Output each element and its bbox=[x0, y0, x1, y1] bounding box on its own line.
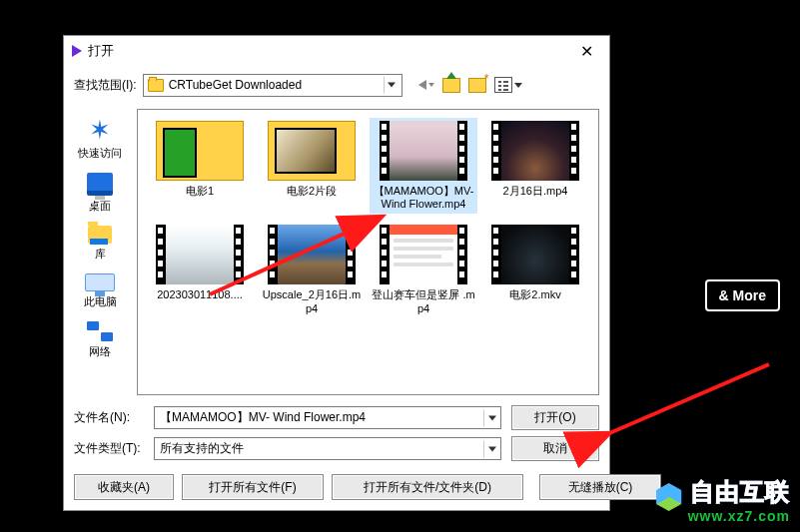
video-thumbnail-icon bbox=[156, 225, 244, 284]
place-label: 桌面 bbox=[89, 199, 111, 214]
file-item[interactable]: 2月16日.mp4 bbox=[481, 118, 589, 214]
filename-value: 【MAMAMOO】MV- Wind Flower.mp4 bbox=[160, 409, 366, 426]
filetype-select[interactable]: 所有支持的文件 bbox=[154, 437, 501, 460]
chevron-down-icon[interactable] bbox=[384, 77, 400, 94]
window-title: 打开 bbox=[88, 42, 572, 60]
file-label: Upscale_2月16日.mp4 bbox=[260, 288, 364, 314]
filename-input[interactable]: 【MAMAMOO】MV- Wind Flower.mp4 bbox=[154, 406, 501, 429]
close-icon: ✕ bbox=[580, 43, 593, 60]
lookin-row: 查找范围(I): CRTubeGet Downloaded bbox=[64, 66, 609, 108]
video-frame-preview bbox=[501, 225, 569, 284]
place-desktop[interactable]: 桌面 bbox=[87, 173, 113, 214]
filetype-value: 所有支持的文件 bbox=[160, 440, 244, 457]
dialog-body: ✶ 快速访问 桌面 库 此电脑 网络 电影1电影2片段【MAMAMOO】MV- … bbox=[64, 108, 609, 401]
place-label: 网络 bbox=[89, 344, 111, 359]
svg-line-1 bbox=[607, 364, 769, 434]
seamless-play-button[interactable]: 无缝播放(C) bbox=[539, 474, 661, 500]
filmstrip-icon bbox=[491, 225, 501, 284]
context-more-button[interactable]: & More bbox=[705, 279, 780, 311]
bottom-button-bar: 收藏夹(A) 打开所有文件(F) 打开所有文件/文件夹(D) 无缝播放(C) bbox=[64, 465, 609, 510]
place-label: 库 bbox=[95, 247, 106, 262]
video-frame-preview bbox=[501, 121, 569, 181]
chevron-down-icon[interactable] bbox=[483, 440, 499, 457]
video-frame-preview bbox=[390, 121, 457, 181]
file-item[interactable]: 电影1 bbox=[146, 118, 254, 214]
chevron-down-icon bbox=[428, 83, 434, 87]
lookin-combo[interactable]: CRTubeGet Downloaded bbox=[143, 74, 402, 97]
place-label: 快速访问 bbox=[78, 146, 122, 161]
folder-icon bbox=[148, 79, 164, 92]
file-item[interactable]: 【MAMAMOO】MV- Wind Flower.mp4 bbox=[370, 118, 477, 214]
network-icon bbox=[87, 321, 113, 341]
nav-toolbar bbox=[418, 77, 522, 93]
chevron-down-icon[interactable] bbox=[483, 409, 499, 426]
filename-filetype-area: 文件名(N): 【MAMAMOO】MV- Wind Flower.mp4 打开(… bbox=[64, 401, 609, 465]
filmstrip-icon bbox=[569, 225, 579, 284]
filmstrip-icon bbox=[491, 121, 501, 181]
video-frame-preview bbox=[166, 225, 234, 284]
file-list[interactable]: 电影1电影2片段【MAMAMOO】MV- Wind Flower.mp42月16… bbox=[137, 109, 599, 395]
video-frame-preview bbox=[390, 225, 457, 284]
filmstrip-icon bbox=[457, 225, 467, 284]
filmstrip-icon bbox=[457, 121, 467, 181]
new-folder-button[interactable] bbox=[468, 78, 486, 93]
list-view-icon bbox=[494, 77, 512, 93]
filetype-label: 文件类型(T): bbox=[74, 440, 144, 457]
filmstrip-icon bbox=[156, 225, 166, 284]
quick-access-icon: ✶ bbox=[89, 117, 111, 143]
chevron-down-icon bbox=[514, 83, 522, 88]
close-button[interactable]: ✕ bbox=[572, 40, 601, 63]
file-label: 【MAMAMOO】MV- Wind Flower.mp4 bbox=[372, 185, 475, 211]
folder-thumbnail-icon bbox=[156, 121, 244, 181]
file-label: 电影2.mkv bbox=[509, 288, 560, 301]
file-label: 登山赛车但是竖屏 .mp4 bbox=[372, 288, 475, 314]
file-item[interactable]: 电影2.mkv bbox=[481, 222, 589, 317]
open-all-files-button[interactable]: 打开所有文件(F) bbox=[182, 474, 324, 500]
open-file-dialog: 打开 ✕ 查找范围(I): CRTubeGet Downloaded bbox=[63, 35, 610, 511]
desktop-icon bbox=[87, 173, 113, 196]
lookin-value: CRTubeGet Downloaded bbox=[169, 78, 302, 92]
place-this-pc[interactable]: 此电脑 bbox=[84, 273, 117, 309]
filmstrip-icon bbox=[380, 121, 390, 181]
file-item[interactable]: Upscale_2月16日.mp4 bbox=[258, 222, 366, 317]
video-thumbnail-icon bbox=[491, 121, 579, 181]
filename-label: 文件名(N): bbox=[74, 409, 144, 426]
video-frame-preview bbox=[278, 225, 346, 284]
app-play-icon bbox=[72, 45, 82, 57]
back-button[interactable] bbox=[418, 80, 434, 90]
cancel-button[interactable]: 取消 bbox=[511, 436, 599, 461]
arrow-left-icon bbox=[418, 80, 426, 90]
place-quick-access[interactable]: ✶ 快速访问 bbox=[78, 117, 122, 161]
filmstrip-icon bbox=[234, 225, 244, 284]
place-network[interactable]: 网络 bbox=[87, 321, 113, 359]
filmstrip-icon bbox=[380, 225, 390, 284]
filmstrip-icon bbox=[569, 121, 579, 181]
view-mode-button[interactable] bbox=[494, 77, 522, 93]
file-label: 202303011108.... bbox=[157, 288, 243, 301]
watermark-logo-icon bbox=[655, 483, 683, 511]
video-thumbnail-icon bbox=[268, 225, 356, 284]
video-thumbnail-icon bbox=[380, 121, 467, 181]
file-item[interactable]: 202303011108.... bbox=[146, 222, 254, 317]
annotation-arrow-2 bbox=[599, 364, 779, 457]
favorites-button[interactable]: 收藏夹(A) bbox=[74, 474, 174, 500]
up-one-level-button[interactable] bbox=[442, 78, 460, 93]
video-thumbnail-icon bbox=[491, 225, 579, 284]
video-thumbnail-icon bbox=[380, 225, 467, 284]
library-icon bbox=[88, 226, 112, 244]
watermark-text: 自由互联 bbox=[690, 478, 790, 505]
file-item[interactable]: 电影2片段 bbox=[258, 118, 366, 214]
place-library[interactable]: 库 bbox=[88, 226, 112, 262]
file-label: 电影2片段 bbox=[287, 185, 337, 198]
file-item[interactable]: 登山赛车但是竖屏 .mp4 bbox=[370, 222, 477, 317]
folder-thumbnail-icon bbox=[268, 121, 356, 181]
watermark: 自由互联 www.xz7.com bbox=[655, 476, 790, 524]
places-bar: ✶ 快速访问 桌面 库 此电脑 网络 bbox=[64, 109, 137, 401]
file-label: 电影1 bbox=[186, 185, 214, 198]
open-button[interactable]: 打开(O) bbox=[511, 405, 599, 430]
file-label: 2月16日.mp4 bbox=[503, 185, 568, 198]
lookin-label: 查找范围(I): bbox=[74, 77, 137, 94]
place-label: 此电脑 bbox=[84, 294, 117, 309]
open-all-files-folders-button[interactable]: 打开所有文件/文件夹(D) bbox=[332, 474, 523, 500]
filmstrip-icon bbox=[346, 225, 356, 284]
